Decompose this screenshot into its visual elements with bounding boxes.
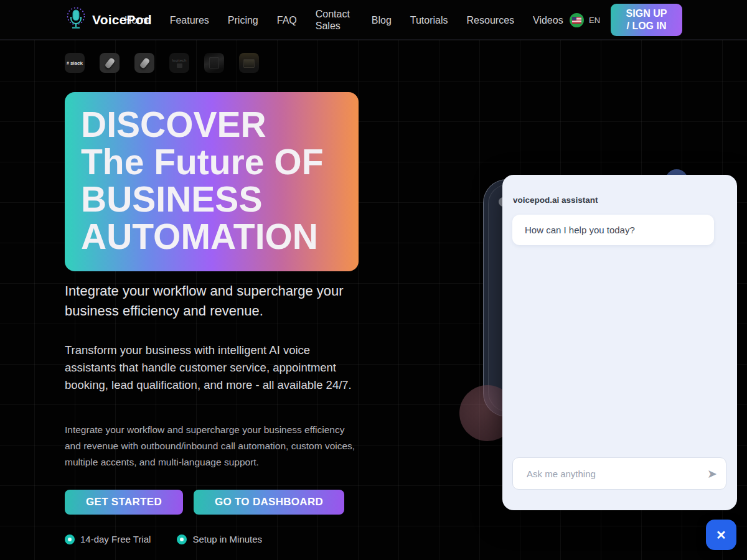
close-icon: ✕ — [716, 529, 726, 541]
title-line: DISCOVER — [81, 106, 342, 143]
language-selector[interactable]: EN — [570, 0, 600, 40]
nav-item-videos[interactable]: Videos — [533, 14, 563, 26]
close-chat-button[interactable]: ✕ — [706, 520, 736, 550]
slack-logo-badge: slack — [65, 53, 85, 73]
cta-row: GET STARTED GO TO DASHBOARD — [65, 490, 344, 515]
chat-message-text: How can I help you today? — [525, 225, 635, 235]
chat-widget: voicepod.ai assistant How can I help you… — [502, 175, 737, 510]
nav-item-pricing[interactable]: Pricing — [228, 14, 258, 26]
logitech-logo-badge: logitech — [169, 53, 189, 73]
chat-input-row: ➤ — [512, 457, 726, 490]
slack-logo-label: slack — [67, 60, 83, 66]
landing-page: Home Features Pricing FAQ Contact Sales … — [0, 0, 747, 560]
title-line: The Future OF — [81, 143, 342, 180]
go-to-dashboard-button[interactable]: GO TO DASHBOARD — [194, 490, 344, 515]
bullet-label: 14-day Free Trial — [80, 534, 151, 544]
product-photo-badge — [204, 53, 224, 73]
nav-item-resources[interactable]: Resources — [467, 14, 514, 26]
language-code: EN — [589, 16, 600, 25]
product-photo-badge — [239, 53, 259, 73]
signup-line2: / LOG IN — [627, 20, 667, 32]
logitech-logo-label: logitech — [172, 58, 186, 62]
radio-dot-icon — [65, 534, 75, 544]
bullet-setup: Setup in Minutes — [177, 534, 262, 544]
signup-login-button[interactable]: SIGN UP / LOG IN — [611, 4, 682, 36]
navbar: Home Features Pricing FAQ Contact Sales … — [0, 0, 747, 40]
hero-subtitle: Integrate your workflow and supercharge … — [65, 281, 352, 321]
nav-item-faq[interactable]: FAQ — [277, 14, 297, 26]
device-logo-badge — [100, 53, 120, 73]
microphone-logo-icon — [65, 6, 87, 34]
chat-widget-title: voicepod.ai assistant — [513, 195, 598, 205]
radio-dot-icon — [177, 534, 187, 544]
nav-item-contact-sales[interactable]: Contact Sales — [316, 8, 353, 32]
page-title: DISCOVER The Future OF BUSINESS AUTOMATI… — [81, 106, 342, 255]
chat-input[interactable] — [525, 468, 702, 480]
title-line: AUTOMATION — [81, 218, 342, 255]
brand-name: VoicePod — [92, 12, 152, 27]
hero-description-secondary: Integrate your workflow and supercharge … — [65, 422, 362, 470]
get-started-button[interactable]: GET STARTED — [65, 490, 183, 515]
brand-logo[interactable]: VoicePod — [65, 0, 152, 40]
us-flag-icon — [570, 13, 584, 27]
hero-description: Transform your business with intelligent… — [65, 342, 364, 394]
nav-links: Home Features Pricing FAQ Contact Sales … — [125, 0, 563, 40]
hero-gradient-card: DISCOVER The Future OF BUSINESS AUTOMATI… — [65, 92, 359, 271]
nav-item-tutorials[interactable]: Tutorials — [410, 14, 448, 26]
send-icon[interactable]: ➤ — [707, 468, 717, 480]
partner-logo-row: slack logitech — [65, 53, 259, 73]
bullet-label: Setup in Minutes — [192, 534, 262, 544]
nav-item-features[interactable]: Features — [170, 14, 209, 26]
chat-message-bubble: How can I help you today? — [512, 215, 714, 245]
device-logo-badge — [134, 53, 154, 73]
nav-item-blog[interactable]: Blog — [372, 14, 392, 26]
feature-bullets: 14-day Free Trial Setup in Minutes — [65, 534, 262, 544]
signup-line1: SIGN UP — [626, 7, 667, 20]
title-line: BUSINESS — [81, 180, 342, 218]
bullet-free-trial: 14-day Free Trial — [65, 534, 151, 544]
